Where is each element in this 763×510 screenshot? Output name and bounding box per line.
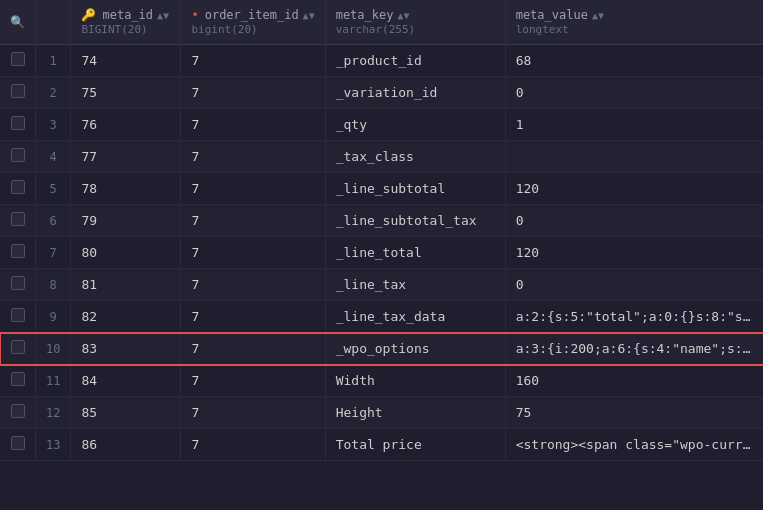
- cell-meta-id: 74: [71, 45, 181, 77]
- row-checkbox[interactable]: [11, 404, 25, 418]
- table-row[interactable]: 10837_wpo_optionsa:3:{i:200;a:6:{s:4:"na…: [0, 333, 763, 365]
- cell-meta-key: _line_total: [325, 237, 505, 269]
- cell-meta-key: _line_tax_data: [325, 301, 505, 333]
- row-checkbox-cell: [0, 173, 36, 205]
- cell-order-item-id: 7: [181, 429, 325, 461]
- cell-meta-value: 0: [505, 269, 763, 301]
- cell-meta-key: _line_subtotal_tax: [325, 205, 505, 237]
- data-table: 🔍 🔑 meta_id ▲▼ BIGINT(20) • order_item_i…: [0, 0, 763, 461]
- row-number: 10: [36, 333, 71, 365]
- table-row[interactable]: 2757_variation_id0: [0, 77, 763, 109]
- cell-order-item-id: 7: [181, 237, 325, 269]
- th-meta-id-label: meta_id: [102, 8, 153, 22]
- th-meta-key-label: meta_key: [336, 8, 394, 22]
- cell-meta-key: _line_tax: [325, 269, 505, 301]
- row-number: 4: [36, 141, 71, 173]
- th-meta-key-type: varchar(255): [336, 23, 495, 36]
- row-checkbox[interactable]: [11, 84, 25, 98]
- row-checkbox[interactable]: [11, 180, 25, 194]
- cell-meta-value: <strong><span class="wpo-curren: [505, 429, 763, 461]
- cell-meta-value: a:3:{i:200;a:6:{s:4:"name";s:5:"Widt: [505, 333, 763, 365]
- row-checkbox[interactable]: [11, 276, 25, 290]
- table-row[interactable]: 7807_line_total120: [0, 237, 763, 269]
- cell-meta-value: [505, 141, 763, 173]
- cell-meta-key: _tax_class: [325, 141, 505, 173]
- row-number: 8: [36, 269, 71, 301]
- row-checkbox[interactable]: [11, 52, 25, 66]
- cell-meta-id: 79: [71, 205, 181, 237]
- sort-icon-meta-key[interactable]: ▲▼: [397, 10, 409, 21]
- cell-meta-key: Total price: [325, 429, 505, 461]
- sort-icon-meta-value[interactable]: ▲▼: [592, 10, 604, 21]
- cell-order-item-id: 7: [181, 269, 325, 301]
- row-checkbox-cell: [0, 141, 36, 173]
- asterisk-icon: •: [191, 8, 198, 22]
- table-header-row: 🔍 🔑 meta_id ▲▼ BIGINT(20) • order_item_i…: [0, 0, 763, 45]
- row-checkbox-cell: [0, 429, 36, 461]
- row-checkbox[interactable]: [11, 308, 25, 322]
- cell-meta-id: 75: [71, 77, 181, 109]
- cell-meta-value: 68: [505, 45, 763, 77]
- search-icon[interactable]: 🔍: [10, 15, 25, 29]
- row-checkbox[interactable]: [11, 148, 25, 162]
- th-meta-value-type: longtext: [516, 23, 755, 36]
- cell-order-item-id: 7: [181, 45, 325, 77]
- table-row[interactable]: 1747_product_id68: [0, 45, 763, 77]
- row-number: 12: [36, 397, 71, 429]
- row-checkbox-cell: [0, 365, 36, 397]
- th-order-item-id-label: order_item_id: [205, 8, 299, 22]
- row-checkbox-cell: [0, 109, 36, 141]
- cell-meta-value: 0: [505, 205, 763, 237]
- th-meta-value[interactable]: meta_value ▲▼ longtext: [505, 0, 763, 45]
- row-number: 3: [36, 109, 71, 141]
- table-row[interactable]: 4777_tax_class: [0, 141, 763, 173]
- table-row[interactable]: 3767_qty1: [0, 109, 763, 141]
- row-checkbox-cell: [0, 237, 36, 269]
- cell-meta-key: _product_id: [325, 45, 505, 77]
- sort-icon-meta-id[interactable]: ▲▼: [157, 10, 169, 21]
- th-order-item-id[interactable]: • order_item_id ▲▼ bigint(20): [181, 0, 325, 45]
- cell-meta-id: 76: [71, 109, 181, 141]
- cell-order-item-id: 7: [181, 333, 325, 365]
- table-row[interactable]: 6797_line_subtotal_tax0: [0, 205, 763, 237]
- cell-order-item-id: 7: [181, 173, 325, 205]
- row-checkbox-cell: [0, 397, 36, 429]
- row-number: 13: [36, 429, 71, 461]
- row-checkbox[interactable]: [11, 436, 25, 450]
- cell-meta-key: _line_subtotal: [325, 173, 505, 205]
- cell-order-item-id: 7: [181, 365, 325, 397]
- cell-order-item-id: 7: [181, 205, 325, 237]
- th-meta-key[interactable]: meta_key ▲▼ varchar(255): [325, 0, 505, 45]
- cell-meta-id: 86: [71, 429, 181, 461]
- row-checkbox[interactable]: [11, 116, 25, 130]
- cell-meta-id: 80: [71, 237, 181, 269]
- row-number: 7: [36, 237, 71, 269]
- sort-icon-order-item-id[interactable]: ▲▼: [303, 10, 315, 21]
- table-row[interactable]: 13867Total price<strong><span class="wpo…: [0, 429, 763, 461]
- row-checkbox[interactable]: [11, 244, 25, 258]
- row-number: 9: [36, 301, 71, 333]
- key-icon: 🔑: [81, 8, 96, 22]
- cell-meta-value: 75: [505, 397, 763, 429]
- row-checkbox-cell: [0, 333, 36, 365]
- table-container[interactable]: 🔍 🔑 meta_id ▲▼ BIGINT(20) • order_item_i…: [0, 0, 763, 510]
- cell-meta-key: Height: [325, 397, 505, 429]
- row-checkbox[interactable]: [11, 340, 25, 354]
- row-number: 2: [36, 77, 71, 109]
- th-meta-id[interactable]: 🔑 meta_id ▲▼ BIGINT(20): [71, 0, 181, 45]
- th-meta-id-type: BIGINT(20): [81, 23, 170, 36]
- row-number: 11: [36, 365, 71, 397]
- cell-meta-id: 81: [71, 269, 181, 301]
- cell-meta-value: 160: [505, 365, 763, 397]
- row-checkbox[interactable]: [11, 372, 25, 386]
- table-row[interactable]: 11847Width160: [0, 365, 763, 397]
- table-row[interactable]: 12857Height75: [0, 397, 763, 429]
- table-row[interactable]: 9827_line_tax_dataa:2:{s:5:"total";a:0:{…: [0, 301, 763, 333]
- cell-meta-value: 0: [505, 77, 763, 109]
- th-checkbox: 🔍: [0, 0, 36, 45]
- table-row[interactable]: 5787_line_subtotal120: [0, 173, 763, 205]
- cell-order-item-id: 7: [181, 109, 325, 141]
- table-body: 1747_product_id682757_variation_id03767_…: [0, 45, 763, 461]
- table-row[interactable]: 8817_line_tax0: [0, 269, 763, 301]
- row-checkbox[interactable]: [11, 212, 25, 226]
